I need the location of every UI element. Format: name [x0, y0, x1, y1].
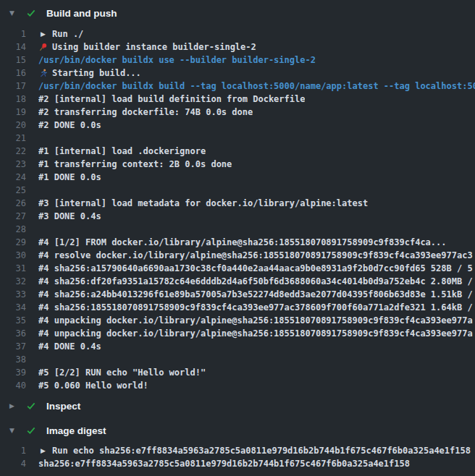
log-line-body: #4 DONE 0.4s [38, 340, 101, 353]
line-number[interactable]: 40 [0, 379, 26, 392]
line-number[interactable]: 27 [0, 210, 26, 223]
section-header-inspect[interactable]: ▶Inspect [0, 394, 475, 418]
log-line: 14Using builder instance builder-single-… [0, 41, 475, 54]
log-line-body: ▶Run echo sha256:e7ff8834a5963a2785c5a08… [38, 444, 471, 457]
log-line: 33#4 sha256:a24bb4013296f61e89ba57005a7b… [0, 288, 475, 301]
log-text: #1 DONE 0.0s [38, 171, 101, 184]
log-text: #1 [internal] load .dockerignore [38, 145, 206, 158]
line-number[interactable]: 17 [0, 80, 26, 93]
line-number[interactable]: 38 [0, 353, 26, 366]
log-text: Starting build... [52, 67, 141, 80]
log-line-body: #4 sha256:df20fa9351a15782c64e6dddb2d4a6… [38, 275, 473, 288]
line-number[interactable]: 20 [0, 119, 26, 132]
line-number[interactable]: 1 [0, 27, 26, 41]
log-text: #5 [2/2] RUN echo "Hello world!" [38, 366, 206, 379]
log-line: 4sha256:e7ff8834a5963a2785c5a0811e979d16… [0, 457, 475, 470]
line-number[interactable]: 34 [0, 301, 26, 314]
log-line-body: #5 0.060 Hello world! [38, 379, 148, 392]
log-line-body: #4 resolve docker.io/library/alpine@sha2… [38, 249, 473, 262]
log-line-body: /usr/bin/docker buildx use --builder bui… [38, 54, 316, 67]
line-number[interactable]: 36 [0, 327, 26, 340]
line-number[interactable]: 19 [0, 106, 26, 119]
log-line-body: #1 transferring context: 2B 0.0s done [38, 158, 232, 171]
log-text: Using builder instance builder-single-2 [52, 41, 256, 54]
section-title: Image digest [46, 425, 106, 436]
log-line-body: /usr/bin/docker buildx build --tag local… [38, 80, 475, 93]
run-group-expand-icon[interactable]: ▶ [38, 448, 48, 454]
line-number[interactable]: 18 [0, 93, 26, 106]
log-line: 38 [0, 353, 475, 366]
line-number[interactable]: 16 [0, 67, 26, 80]
log-line: 1▶Run echo sha256:e7ff8834a5963a2785c5a0… [0, 444, 475, 457]
log-line: 34#4 sha256:185518070891758909c9f839cf4c… [0, 301, 475, 314]
line-number[interactable]: 35 [0, 314, 26, 327]
log-line: 17/usr/bin/docker buildx build --tag loc… [0, 80, 475, 93]
log-line-body: #2 transferring dockerfile: 74B 0.0s don… [38, 106, 253, 119]
line-number[interactable]: 21 [0, 132, 26, 145]
section-title: Build and push [46, 8, 117, 19]
log-line-body: #4 sha256:185518070891758909c9f839cf4ca3… [38, 301, 473, 314]
log-line: 21 [0, 132, 475, 145]
line-number[interactable]: 33 [0, 288, 26, 301]
log-line: 30#4 resolve docker.io/library/alpine@sh… [0, 249, 475, 262]
line-number[interactable]: 28 [0, 223, 26, 236]
log-text: #3 [internal] load metadata for docker.i… [38, 197, 368, 210]
log-line-body: #4 sha256:a24bb4013296f61e89ba57005a7b3e… [38, 288, 473, 301]
log-line: 39#5 [2/2] RUN echo "Hello world!" [0, 366, 475, 379]
log-line: 16Starting build... [0, 67, 475, 80]
log-line: 22#1 [internal] load .dockerignore [0, 145, 475, 158]
log-text: sha256:e7ff8834a5963a2785c5a0811e979d16b… [38, 457, 410, 470]
line-number[interactable]: 15 [0, 54, 26, 67]
log-text: #4 [1/2] FROM docker.io/library/alpine@s… [38, 236, 447, 249]
log-line-body: Using builder instance builder-single-2 [38, 41, 256, 54]
log-text: /usr/bin/docker buildx use --builder bui… [38, 54, 316, 67]
log-line: 26#3 [internal] load metadata for docker… [0, 197, 475, 210]
log-line-body: #5 [2/2] RUN echo "Hello world!" [38, 366, 206, 379]
pushpin-icon [38, 43, 48, 51]
log-line-body: sha256:e7ff8834a5963a2785c5a0811e979d16b… [38, 457, 410, 470]
log-text: #4 sha256:a24bb4013296f61e89ba57005a7b3e… [38, 288, 473, 301]
line-number[interactable]: 23 [0, 158, 26, 171]
line-number[interactable]: 26 [0, 197, 26, 210]
runner-icon [38, 69, 48, 77]
log-line: 40#5 0.060 Hello world! [0, 379, 475, 392]
log-line: 25 [0, 184, 475, 197]
log-text: #4 unpacking docker.io/library/alpine@sh… [38, 327, 473, 340]
run-group-expand-icon[interactable]: ▶ [38, 31, 48, 38]
log-line-body: #3 DONE 0.4s [38, 210, 101, 223]
line-number[interactable]: 31 [0, 262, 26, 275]
line-number[interactable]: 1 [0, 444, 26, 457]
log-line: 31#4 sha256:a15790640a6690aa1730c38cf0a4… [0, 262, 475, 275]
log-text: #2 [internal] load build definition from… [38, 93, 305, 106]
log-text: #1 transferring context: 2B 0.0s done [38, 158, 232, 171]
chevron-down-icon[interactable]: ▼ [9, 10, 20, 17]
chevron-down-icon[interactable]: ▼ [9, 428, 20, 434]
line-number[interactable]: 30 [0, 249, 26, 262]
log-text: /usr/bin/docker buildx build --tag local… [38, 80, 475, 93]
log-line-body: #4 unpacking docker.io/library/alpine@sh… [38, 314, 473, 327]
log-text: #2 DONE 0.0s [38, 119, 101, 132]
log-text: #4 sha256:185518070891758909c9f839cf4ca3… [38, 301, 473, 314]
line-number[interactable]: 25 [0, 184, 26, 197]
log-text: Run echo sha256:e7ff8834a5963a2785c5a081… [52, 444, 471, 457]
log-block-build-and-push: 1▶Run ./14Using builder instance builder… [0, 26, 475, 394]
line-number[interactable]: 29 [0, 236, 26, 249]
log-line-body: #1 [internal] load .dockerignore [38, 145, 206, 158]
log-line: 28 [0, 223, 475, 236]
line-number[interactable]: 32 [0, 275, 26, 288]
line-number[interactable]: 22 [0, 145, 26, 158]
workflow-log-viewer: ▼Build and push1▶Run ./14Using builder i… [0, 0, 475, 476]
line-number[interactable]: 37 [0, 340, 26, 353]
line-number[interactable]: 14 [0, 41, 26, 54]
log-line: 35#4 unpacking docker.io/library/alpine@… [0, 314, 475, 327]
chevron-right-icon[interactable]: ▶ [9, 403, 20, 409]
log-text: #2 transferring dockerfile: 74B 0.0s don… [38, 106, 253, 119]
log-line-body: #2 [internal] load build definition from… [38, 93, 305, 106]
log-line: 18#2 [internal] load build definition fr… [0, 93, 475, 106]
section-header-image-digest[interactable]: ▼Image digest [0, 418, 475, 443]
line-number[interactable]: 24 [0, 171, 26, 184]
line-number[interactable]: 39 [0, 366, 26, 379]
line-number[interactable]: 4 [0, 457, 26, 470]
section-header-build-and-push[interactable]: ▼Build and push [0, 0, 475, 26]
log-text: #4 sha256:df20fa9351a15782c64e6dddb2d4a6… [38, 275, 473, 288]
